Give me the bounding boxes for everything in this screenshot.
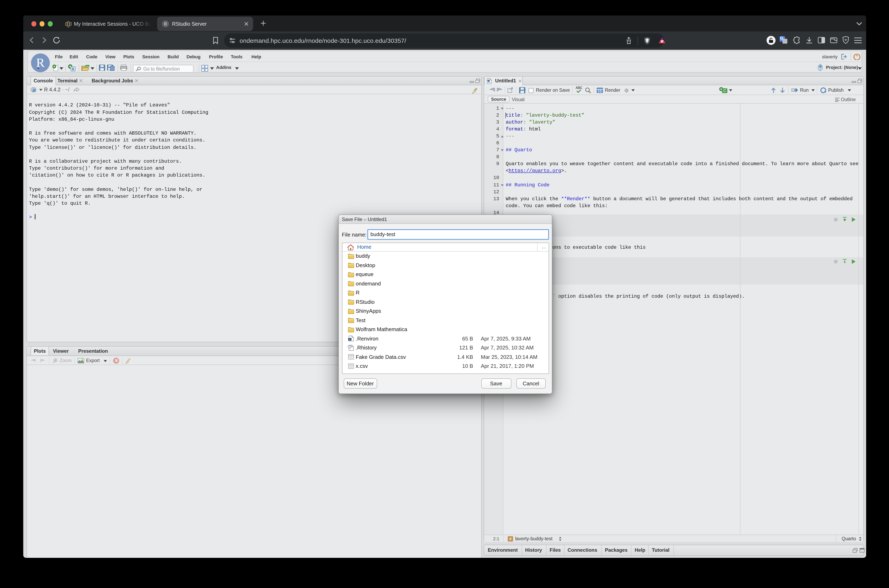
svg-text:R: R bbox=[32, 87, 36, 92]
svg-text:s_: s_ bbox=[349, 338, 352, 341]
svg-text:C: C bbox=[723, 88, 726, 93]
svg-text:R: R bbox=[819, 64, 822, 69]
svg-text:R: R bbox=[72, 67, 74, 71]
